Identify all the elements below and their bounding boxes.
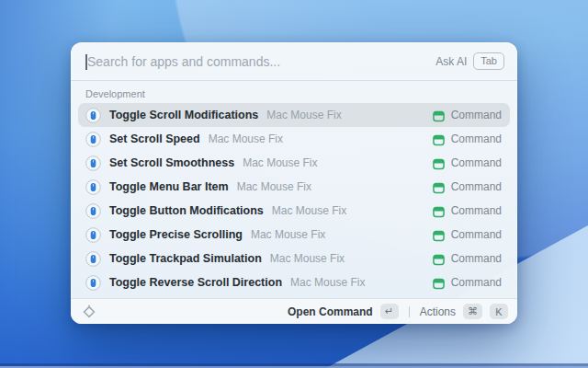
- item-title: Toggle Reverse Scroll Direction: [109, 276, 282, 289]
- item-type-label: Command: [451, 109, 502, 121]
- cmd-key-badge: ⌘: [463, 304, 482, 319]
- mac-mouse-fix-app-icon: [85, 108, 101, 123]
- list-item[interactable]: Set Scroll Smoothness Mac Mouse Fix Comm…: [78, 151, 510, 175]
- section-label-development: Development: [78, 81, 510, 103]
- list-item[interactable]: Toggle Button Modifications Mac Mouse Fi…: [78, 199, 510, 223]
- return-key-badge: ↵: [380, 304, 399, 319]
- command-list: Toggle Scroll Modifications Mac Mouse Fi…: [78, 103, 510, 294]
- item-title: Toggle Precise Scrolling: [109, 228, 243, 241]
- command-window-icon: [433, 205, 445, 217]
- mac-mouse-fix-app-icon: [85, 155, 101, 171]
- item-accessory: Command: [433, 132, 502, 145]
- item-title: Toggle Scroll Modifications: [109, 109, 258, 121]
- item-accessory: Command: [433, 252, 502, 265]
- item-type-label: Command: [451, 276, 502, 289]
- launcher-window: Ask AI Tab Development Toggle Scroll Mod…: [71, 42, 517, 324]
- mac-mouse-fix-app-icon: [85, 275, 101, 291]
- item-accessory: Command: [433, 204, 502, 217]
- item-type-label: Command: [451, 228, 502, 241]
- list-item[interactable]: Set Scroll Speed Mac Mouse Fix Command: [78, 127, 510, 151]
- item-title: Set Scroll Smoothness: [109, 156, 234, 169]
- item-subtitle: Mac Mouse Fix: [251, 228, 325, 241]
- item-title: Toggle Menu Bar Item: [109, 180, 229, 193]
- item-subtitle: Mac Mouse Fix: [272, 204, 346, 217]
- item-subtitle: Mac Mouse Fix: [290, 276, 365, 289]
- item-subtitle: Mac Mouse Fix: [209, 132, 283, 145]
- item-type-label: Command: [451, 132, 502, 145]
- command-window-icon: [433, 133, 445, 145]
- ask-ai-button[interactable]: Ask AI Tab: [435, 52, 504, 69]
- ask-ai-label: Ask AI: [435, 55, 467, 68]
- text-caret: [85, 54, 87, 70]
- item-subtitle: Mac Mouse Fix: [266, 109, 341, 121]
- search-bar: Ask AI Tab: [71, 42, 517, 81]
- item-accessory: Command: [433, 156, 502, 169]
- mac-mouse-fix-app-icon: [85, 203, 101, 219]
- command-window-icon: [433, 109, 445, 121]
- mac-mouse-fix-app-icon: [85, 251, 101, 267]
- item-type-label: Command: [451, 156, 502, 169]
- mac-mouse-fix-app-icon: [85, 227, 101, 243]
- search-input[interactable]: [85, 54, 435, 69]
- footer-bar: Open Command ↵ Actions ⌘ K: [71, 298, 517, 324]
- item-type-label: Command: [451, 252, 502, 265]
- mac-mouse-fix-app-icon: [85, 132, 101, 147]
- item-type-label: Command: [451, 204, 502, 217]
- list-item[interactable]: Toggle Reverse Scroll Direction Mac Mous…: [78, 270, 510, 294]
- item-accessory: Command: [433, 276, 502, 289]
- item-subtitle: Mac Mouse Fix: [243, 156, 317, 169]
- mac-mouse-fix-app-icon: [85, 179, 101, 195]
- open-command-button[interactable]: Open Command: [288, 305, 373, 318]
- item-type-label: Command: [451, 180, 502, 193]
- raycast-logo-icon: [82, 305, 96, 319]
- item-subtitle: Mac Mouse Fix: [270, 252, 345, 265]
- tab-key-badge: Tab: [473, 52, 504, 69]
- command-window-icon: [433, 277, 445, 289]
- item-title: Toggle Trackpad Simulation: [109, 252, 262, 265]
- list-item[interactable]: Toggle Menu Bar Item Mac Mouse Fix Comma…: [78, 175, 510, 199]
- command-window-icon: [433, 181, 445, 193]
- command-window-icon: [433, 253, 445, 265]
- footer-divider: [409, 306, 410, 317]
- command-window-icon: [433, 157, 445, 169]
- command-window-icon: [433, 229, 445, 241]
- list-item[interactable]: Toggle Scroll Modifications Mac Mouse Fi…: [78, 103, 510, 127]
- k-key-badge: K: [490, 304, 508, 319]
- item-accessory: Command: [433, 180, 502, 193]
- item-title: Set Scroll Speed: [109, 132, 200, 145]
- item-accessory: Command: [433, 109, 502, 121]
- results-list: Development Toggle Scroll Modifications …: [71, 81, 517, 298]
- list-item[interactable]: Toggle Trackpad Simulation Mac Mouse Fix…: [78, 247, 510, 270]
- footer-actions-group: Open Command ↵ Actions ⌘ K: [288, 304, 508, 319]
- item-title: Toggle Button Modifications: [109, 204, 264, 217]
- actions-button[interactable]: Actions: [420, 305, 456, 318]
- item-accessory: Command: [433, 228, 502, 241]
- item-subtitle: Mac Mouse Fix: [237, 180, 311, 193]
- list-item[interactable]: Toggle Precise Scrolling Mac Mouse Fix C…: [78, 223, 510, 247]
